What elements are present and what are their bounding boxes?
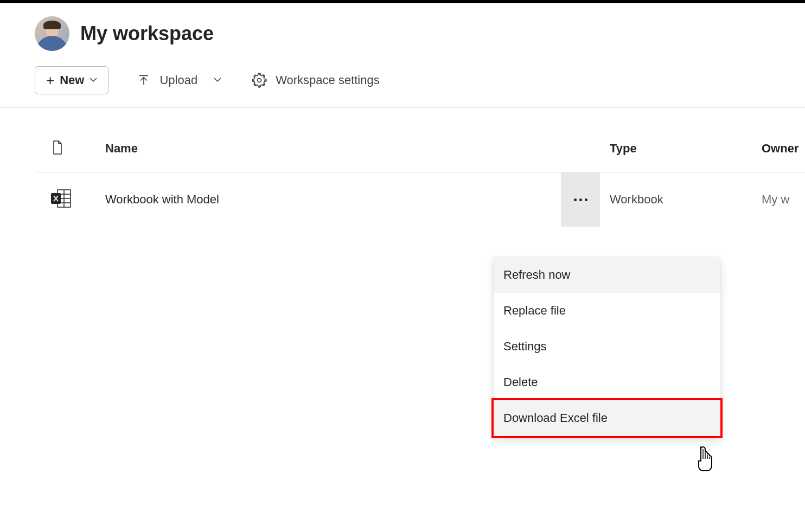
upload-button[interactable]: Upload [135,69,223,92]
toolbar: + New Upload Workspace s [0,60,805,107]
file-icon [52,140,63,157]
excel-icon [50,189,72,210]
more-options-button[interactable] [561,172,600,227]
content-area: Name Type Owner Workbook with Model [0,108,805,227]
page-title: My workspace [80,22,214,45]
chevron-down-icon [90,76,97,84]
upload-label: Upload [159,73,197,87]
new-button-label: New [60,73,84,87]
column-header-name[interactable]: Name [105,142,551,156]
row-actions [551,187,610,213]
ellipsis-icon [574,198,587,201]
row-owner: My w [762,193,805,207]
svg-point-0 [258,79,261,82]
workspace-header: My workspace [0,3,805,60]
user-avatar[interactable] [35,16,69,51]
plus-icon: + [46,73,54,87]
column-header-owner[interactable]: Owner [762,142,805,156]
new-button[interactable]: + New [35,66,108,94]
table-row[interactable]: Workbook with Model Workbook My w [35,172,805,227]
row-type: Workbook [610,193,762,207]
column-header-type[interactable]: Type [610,142,762,156]
workspace-settings-label: Workspace settings [276,73,380,87]
workspace-settings-button[interactable]: Workspace settings [250,68,382,92]
row-name[interactable]: Workbook with Model [105,193,551,207]
row-icon-col [35,189,105,210]
table-header-icon-col [35,140,105,157]
table-header: Name Type Owner [35,130,805,172]
chevron-down-icon [214,76,221,84]
upload-icon [137,73,151,87]
gear-icon [252,73,267,88]
